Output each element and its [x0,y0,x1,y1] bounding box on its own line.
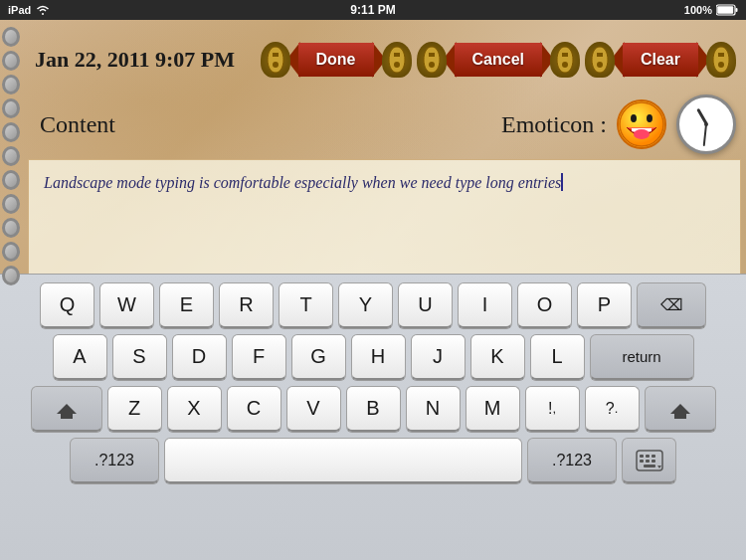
svg-point-6 [562,62,568,68]
key-J[interactable]: J [411,334,466,380]
key-Q[interactable]: Q [40,282,94,328]
key-shift-right[interactable] [645,386,716,432]
top-area: Jan 22, 2011 9:07 PM Done C [0,20,746,293]
key-Z[interactable]: Z [107,386,162,432]
cancel-button-wrapper: Cancel [417,42,580,78]
clock [676,94,736,154]
clear-button[interactable]: Clear [623,43,698,77]
status-bar: iPad 9:11 PM 100% [0,0,746,20]
key-row-2: A S D F G H J K L return [4,334,742,380]
key-L[interactable]: L [530,334,585,380]
clear-ornament-right [706,42,736,78]
svg-point-7 [597,62,603,68]
date-time: Jan 22, 2011 9:07 PM [35,47,235,73]
key-M[interactable]: M [466,386,520,432]
key-Y[interactable]: Y [338,282,393,328]
cancel-ornament-right [550,42,580,78]
done-ornament-right [382,42,412,78]
svg-point-3 [273,62,279,68]
key-G[interactable]: G [291,334,346,380]
key-F[interactable]: F [232,334,286,380]
spiral-ring [2,170,20,190]
emoticon-face[interactable] [617,99,666,149]
key-N[interactable]: N [406,386,461,432]
clear-button-wrapper: Clear [585,42,736,78]
spiral-ring [2,266,20,285]
key-numeric-right[interactable]: .?123 [527,438,617,483]
spiral-ring [2,218,20,238]
key-E[interactable]: E [159,282,214,328]
key-I[interactable]: I [458,282,512,328]
cancel-button[interactable]: Cancel [455,43,542,77]
key-W[interactable]: W [99,282,154,328]
clock-center [704,122,708,126]
cancel-ornament-left [417,42,447,78]
key-backspace[interactable]: ⌫ [637,282,706,328]
key-K[interactable]: K [470,334,525,380]
svg-point-8 [718,62,724,68]
key-row-1: Q W E R T Y U I O P ⌫ [4,282,742,328]
svg-rect-1 [736,8,738,12]
key-X[interactable]: X [167,386,222,432]
key-R[interactable]: R [219,282,274,328]
svg-point-11 [647,114,653,122]
status-time: 9:11 PM [350,3,395,17]
key-B[interactable]: B [346,386,401,432]
toolbar-buttons: Done Cancel [261,42,737,78]
key-S[interactable]: S [112,334,167,380]
emoticon-svg [619,101,664,147]
done-ornament-left [261,42,290,78]
key-keyboard[interactable] [622,438,676,483]
svg-point-12 [634,129,650,139]
svg-point-5 [429,62,435,68]
key-space[interactable] [164,438,522,483]
key-T[interactable]: T [279,282,333,328]
spiral-ring [2,146,20,166]
done-button-wrapper: Done [261,42,412,78]
text-area-container[interactable]: Landscape mode typing is comfortable esp… [28,159,741,287]
spiral-ring [2,51,20,71]
spiral-ring [2,242,20,262]
entry-text: Landscape mode typing is comfortable esp… [44,170,725,196]
spiral-binding [0,20,22,292]
svg-rect-18 [646,460,650,463]
key-D[interactable]: D [172,334,227,380]
key-shift-left[interactable] [31,386,102,432]
spiral-ring [2,75,20,94]
spiral-ring [2,122,20,142]
clear-ornament-left [585,42,615,78]
spiral-ring [2,98,20,118]
shift-icon-left [57,404,77,414]
text-cursor [561,173,563,191]
key-A[interactable]: A [53,334,107,380]
key-C[interactable]: C [227,386,281,432]
svg-rect-2 [717,6,733,14]
key-U[interactable]: U [398,282,453,328]
spiral-ring [2,194,20,214]
key-P[interactable]: P [577,282,632,328]
svg-rect-20 [644,465,655,467]
svg-rect-14 [640,455,644,458]
spiral-ring [2,27,20,47]
key-O[interactable]: O [517,282,572,328]
toolbar: Jan 22, 2011 9:07 PM Done C [30,25,746,94]
key-question[interactable]: ?. [585,386,640,432]
svg-point-10 [631,114,637,122]
content-label: Content [40,111,115,138]
svg-rect-15 [646,455,650,458]
battery-icon [716,4,738,16]
shift-icon-right [670,404,690,414]
emoticon-label: Emoticon : [501,111,607,138]
content-row: Content Emoticon : [30,94,746,154]
key-exclamation[interactable]: !, [525,386,580,432]
key-V[interactable]: V [286,386,341,432]
keyboard-icon [636,450,663,471]
ipad-label: iPad [8,4,31,16]
svg-point-9 [620,102,663,146]
key-H[interactable]: H [351,334,406,380]
clock-minute-hand [703,124,707,146]
key-numeric-left[interactable]: .?123 [70,438,159,483]
emoticon-section: Emoticon : [501,94,736,154]
key-return[interactable]: return [590,334,694,380]
done-button[interactable]: Done [298,43,374,77]
